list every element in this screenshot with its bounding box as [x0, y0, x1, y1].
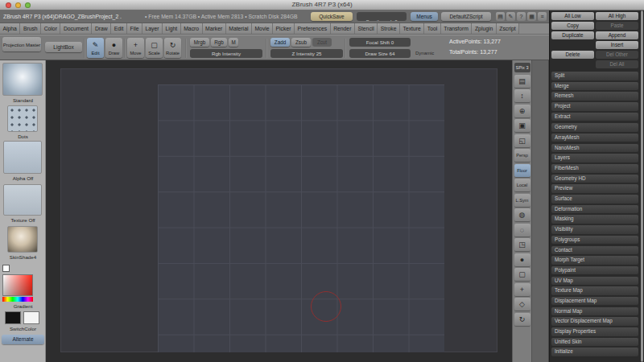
menubar-item[interactable]: Alpha	[0, 23, 20, 34]
edit-button[interactable]: ✎ Edit	[87, 38, 104, 58]
gradient-black-swatch[interactable]	[5, 311, 21, 324]
canvas[interactable]	[46, 60, 512, 362]
duplicate-button[interactable]: Duplicate	[551, 31, 594, 39]
all-low-button[interactable]: All Low	[551, 12, 594, 20]
section-project[interactable]: Project	[551, 102, 638, 111]
frame-button[interactable]: ▢	[514, 268, 530, 281]
menubar-item[interactable]: Stencil	[355, 23, 378, 34]
menubar-item[interactable]: Document	[60, 23, 92, 34]
rotate-3d-button[interactable]: ↻	[514, 313, 530, 326]
menubar-item[interactable]: Edit	[111, 23, 127, 34]
section-nanomesh[interactable]: NanoMesh	[551, 144, 638, 153]
section-merge[interactable]: Merge	[551, 82, 638, 91]
color-picker-square[interactable]	[2, 274, 33, 296]
transp-button[interactable]: ◍	[514, 208, 530, 221]
bpr-button[interactable]: ▤	[514, 75, 530, 88]
section-arraymesh[interactable]: ArrayMesh	[551, 134, 638, 142]
projection-master-button[interactable]: Projection Master	[2, 37, 41, 51]
menubar-item[interactable]: Transform	[441, 23, 473, 34]
stroke-thumbnail[interactable]	[7, 105, 38, 132]
section-displacement-map[interactable]: Displacement Map	[551, 297, 638, 306]
note-icon[interactable]: ▤	[496, 12, 505, 21]
section-uv-map[interactable]: UV Map	[551, 277, 638, 286]
section-masking[interactable]: Masking	[551, 215, 638, 224]
section-vector-displacement-map[interactable]: Vector Displacement Map	[551, 317, 638, 326]
scale-button[interactable]: ▢ Scale	[146, 38, 163, 58]
section-initialize[interactable]: Initialize	[551, 348, 638, 356]
local-button[interactable]: Local	[514, 179, 530, 191]
section-morph-target[interactable]: Morph Target	[551, 256, 638, 265]
panel-scrollbar[interactable]	[640, 10, 644, 362]
aa-half-button[interactable]: ◱	[514, 134, 530, 147]
menubar-item[interactable]: Tool	[424, 23, 440, 34]
close-window-button[interactable]	[6, 2, 11, 8]
menubar-item[interactable]: Draw	[92, 23, 111, 34]
rgb-button[interactable]: Rgb	[211, 38, 227, 47]
hue-bar[interactable]	[2, 297, 33, 302]
section-display-properties[interactable]: Display Properties	[551, 327, 638, 336]
z-intensity-slider[interactable]: Z Intensity 25	[270, 49, 343, 58]
menubar-item[interactable]: Material	[226, 23, 252, 34]
menubar-item[interactable]: Texture	[400, 23, 424, 34]
draw-size-slider[interactable]: Draw Size 64	[349, 49, 411, 58]
ghost-button[interactable]: ◌	[514, 224, 530, 237]
del-other-button[interactable]: Del Other	[596, 51, 638, 59]
memory-icon[interactable]: ▦	[527, 12, 536, 21]
section-fibermesh[interactable]: FiberMesh	[551, 164, 638, 173]
section-layers[interactable]: Layers	[551, 154, 638, 162]
section-extract[interactable]: Extract	[551, 113, 638, 121]
append-button[interactable]: Append	[596, 31, 638, 39]
mrgb-button[interactable]: Mrgb	[190, 38, 209, 47]
current-color-swatch[interactable]	[2, 265, 10, 272]
actual-size-button[interactable]: ▣	[514, 119, 530, 132]
section-surface[interactable]: Surface	[551, 195, 638, 204]
insert-button[interactable]: Insert	[596, 41, 638, 49]
section-texture-map[interactable]: Texture Map	[551, 286, 638, 295]
gradient-white-swatch[interactable]	[23, 311, 39, 324]
section-preview[interactable]: Preview	[551, 184, 638, 193]
zcut-button[interactable]: Zcut	[312, 38, 332, 47]
section-polypaint[interactable]: Polypaint	[551, 266, 638, 275]
alternate-button[interactable]: Alternate	[2, 335, 44, 344]
document-grid[interactable]	[158, 84, 444, 352]
xpose-button[interactable]: ◳	[514, 238, 530, 251]
scroll-button[interactable]: ↕	[514, 89, 530, 102]
document-area[interactable]	[60, 68, 497, 352]
help-icon[interactable]: ?	[517, 12, 526, 21]
default-zscript-button[interactable]: DefaultZScript	[441, 12, 491, 21]
menubar-item[interactable]: Macro	[181, 23, 203, 34]
section-contact[interactable]: Contact	[551, 246, 638, 255]
delete-button[interactable]: Delete	[551, 51, 594, 59]
minimize-window-button[interactable]	[15, 2, 21, 8]
all-high-button[interactable]: All High	[596, 12, 638, 20]
zoom-window-button[interactable]	[25, 2, 31, 8]
section-visibility[interactable]: Visibility	[551, 225, 638, 234]
list-icon[interactable]: ≡	[538, 12, 547, 21]
scale-3d-button[interactable]: ◇	[514, 298, 530, 311]
script-icon[interactable]: ✎	[506, 12, 515, 21]
menubar-item[interactable]: Light	[163, 23, 181, 34]
alpha-thumbnail[interactable]	[3, 141, 42, 174]
section-geometry-hd[interactable]: Geometry HD	[551, 175, 638, 183]
see-through-slider[interactable]: See-through 0	[357, 12, 407, 21]
lsym-button[interactable]: L.Sym	[514, 194, 530, 207]
section-polygroups[interactable]: Polygroups	[551, 236, 638, 245]
menubar-item[interactable]: Zplugin	[472, 23, 496, 34]
menubar-item[interactable]: Stroke	[378, 23, 400, 34]
section-remesh[interactable]: Remesh	[551, 92, 638, 101]
spix-slider[interactable]: SPix 3	[514, 63, 530, 72]
paste-button[interactable]: Paste	[596, 22, 638, 30]
menubar-item[interactable]: Preferences	[295, 23, 331, 34]
panel-scrollbar-thumb[interactable]	[641, 10, 643, 362]
draw-button[interactable]: ● Draw	[105, 38, 122, 58]
section-normal-map[interactable]: Normal Map	[551, 307, 638, 316]
m-button[interactable]: M	[229, 38, 238, 47]
solo-button[interactable]: ●	[514, 253, 530, 266]
menubar-item[interactable]: Marker	[203, 23, 226, 34]
del-all-button[interactable]: Del All	[596, 60, 638, 68]
menubar-item[interactable]: Zscript	[497, 23, 519, 34]
zadd-button[interactable]: Zadd	[270, 38, 290, 47]
menubar-item[interactable]: Brush	[20, 23, 41, 34]
gradient-toggle[interactable]: Gradient	[0, 303, 46, 309]
section-split[interactable]: Split	[551, 72, 638, 80]
